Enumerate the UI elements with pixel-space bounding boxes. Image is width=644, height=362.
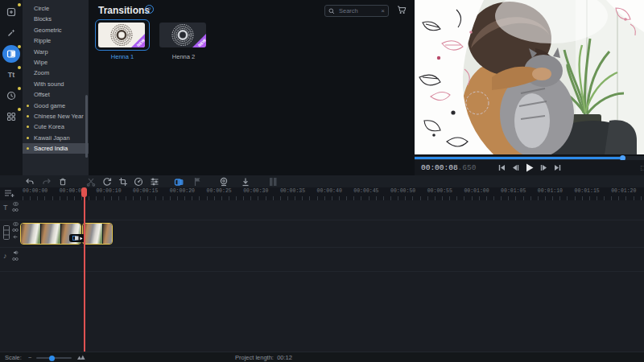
category-label: Circle <box>34 5 49 12</box>
speed-icon[interactable] <box>133 176 144 187</box>
filters-button[interactable] <box>2 24 20 42</box>
category-label: With sound <box>34 80 64 88</box>
category-label: Offset <box>34 91 50 98</box>
selection-frame: NEW <box>95 19 150 51</box>
category-item[interactable]: Offset <box>23 89 89 100</box>
scale-slider[interactable] <box>36 357 72 359</box>
crop-icon[interactable] <box>118 176 129 187</box>
category-item[interactable]: Circle <box>23 3 89 14</box>
notification-dot <box>18 45 21 48</box>
timeline-ruler[interactable]: 00:00:0000:00:0500:00:1000:00:1500:00:20… <box>0 187 644 200</box>
transitions-button[interactable] <box>2 45 20 63</box>
skip-start-icon[interactable] <box>498 164 506 171</box>
star-dot-icon <box>27 125 29 128</box>
ruler-label: 00:00:25 <box>207 188 232 194</box>
ruler-label: 00:00:55 <box>427 188 452 194</box>
category-label: Zoom <box>34 69 49 76</box>
playhead-line[interactable] <box>84 187 85 352</box>
rotate-icon[interactable] <box>101 176 113 187</box>
status-bar: Scale: − Project length: 00:12 <box>0 352 644 362</box>
category-label: Blocks <box>34 15 52 23</box>
record-video-icon[interactable] <box>218 176 229 187</box>
next-frame-icon[interactable] <box>540 164 547 171</box>
scale-label: Scale: <box>5 354 22 361</box>
record-audio-icon[interactable] <box>240 176 251 187</box>
arrow-icon[interactable] <box>13 234 19 240</box>
category-item[interactable]: Ripple <box>23 35 89 46</box>
video-track-icon <box>3 225 10 240</box>
properties-icon[interactable] <box>149 176 160 187</box>
link-icon[interactable] <box>12 208 19 212</box>
zoom-max-icon[interactable] <box>77 355 85 360</box>
category-item[interactable]: Chinese New Year <box>23 111 89 121</box>
help-icon[interactable]: ? <box>145 5 154 14</box>
category-item[interactable]: Kawaii Japan <box>23 133 89 143</box>
ruler-label: 00:01:05 <box>501 188 526 194</box>
store-cart-icon[interactable] <box>397 6 407 14</box>
split-icon[interactable] <box>85 176 97 187</box>
apps-grid-icon <box>6 112 16 121</box>
transition-card[interactable]: NEW Henna 2 <box>156 19 211 60</box>
delete-icon[interactable] <box>57 176 68 187</box>
category-item[interactable]: Warp <box>23 47 89 57</box>
scale-slider-handle[interactable] <box>49 356 55 361</box>
import-media-button[interactable] <box>2 3 20 21</box>
search-input[interactable] <box>337 6 378 15</box>
zoom-out-icon[interactable]: − <box>28 354 31 361</box>
tracks-icon[interactable] <box>268 176 279 187</box>
project-length: Project length: 00:12 <box>235 354 292 361</box>
marker-icon[interactable] <box>192 176 203 187</box>
playhead-handle[interactable] <box>81 187 87 197</box>
skip-end-icon[interactable] <box>554 164 561 171</box>
ruler-label: 00:00:45 <box>353 188 378 194</box>
category-item[interactable]: Geometric <box>23 25 89 35</box>
sidebar-scrollbar[interactable] <box>85 95 88 158</box>
ruler-label: 00:00:35 <box>280 188 305 194</box>
duration-button[interactable] <box>2 87 20 105</box>
eye-icon[interactable] <box>13 222 19 226</box>
category-item[interactable]: Zoom <box>23 68 89 78</box>
fullscreen-icon[interactable]: ⬚ <box>640 164 644 171</box>
eye-icon[interactable] <box>13 202 19 206</box>
titles-button[interactable]: Tt <box>2 66 20 84</box>
ruler-label: 00:00:30 <box>243 188 268 194</box>
prev-frame-icon[interactable] <box>512 164 519 171</box>
transition-thumbnail: NEW <box>159 23 206 47</box>
link-icon[interactable] <box>12 228 19 232</box>
project-length-value: 00:12 <box>277 354 292 361</box>
preview-video[interactable] <box>415 0 644 154</box>
category-item[interactable]: Wipe <box>23 57 89 68</box>
clear-search-icon[interactable]: × <box>381 8 385 14</box>
redo-icon[interactable] <box>41 176 52 187</box>
speaker-icon[interactable] <box>13 250 19 255</box>
ruler-label: 00:00:10 <box>96 188 121 194</box>
track-menu-icon[interactable] <box>4 189 14 198</box>
category-item[interactable]: Blocks <box>23 14 89 24</box>
category-label: Chinese New Year <box>34 113 84 120</box>
import-media-icon <box>6 7 16 17</box>
transition-wizard-icon[interactable] <box>173 176 184 187</box>
category-item[interactable]: Good game <box>23 101 89 111</box>
transition-card[interactable]: NEW Henna 1 <box>95 19 150 60</box>
audio-track-header: ♪ <box>0 250 20 269</box>
ruler-label: 00:01:15 <box>575 188 600 194</box>
category-list: Circle Blocks Geometric Ripple Warp Wipe <box>23 0 89 154</box>
category-item[interactable]: Cute Korea <box>23 121 89 132</box>
ruler-label: 00:00:20 <box>170 188 195 194</box>
clip-transition-badge[interactable] <box>69 234 85 242</box>
transition-category-sidebar: Circle Blocks Geometric Ripple Warp Wipe <box>23 0 89 175</box>
video-clip[interactable] <box>82 223 113 245</box>
ruler-label: 00:00:15 <box>133 188 158 194</box>
more-tools-button[interactable] <box>2 108 20 125</box>
category-label: Kawaii Japan <box>34 134 70 142</box>
category-label: Sacred India <box>34 145 68 152</box>
link-icon[interactable] <box>12 257 19 261</box>
category-item[interactable]: With sound <box>23 79 89 89</box>
category-item[interactable]: Sacred India <box>23 143 89 154</box>
notification-dot <box>18 3 21 6</box>
selection-frame: NEW <box>156 19 211 51</box>
category-label: Cute Korea <box>34 123 64 130</box>
undo-icon[interactable] <box>24 176 35 187</box>
title-track-header: T <box>0 202 20 220</box>
play-icon[interactable] <box>526 163 534 172</box>
